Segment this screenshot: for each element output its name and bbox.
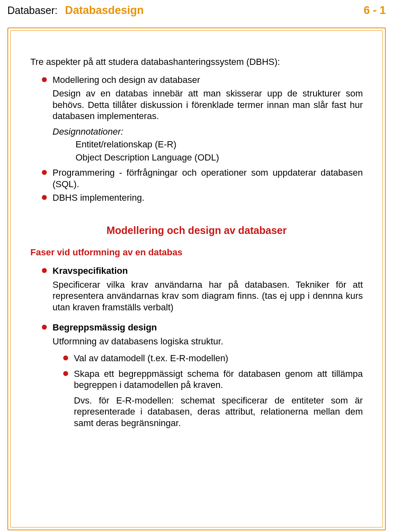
- nested-item-2: Skapa ett begreppmässigt schema för data…: [63, 368, 363, 429]
- intro-text: Tre aspekter på att studera databashante…: [30, 56, 363, 68]
- fas-item-begreppsmassig: Begreppsmässig design Utformning av data…: [42, 322, 363, 433]
- content-frame-inner: Tre aspekter på att studera databashante…: [10, 30, 383, 527]
- aspect-3-text: DBHS implementering.: [53, 192, 363, 204]
- fas-2-nested-list: Val av datamodell (t.ex. E-R-modellen) S…: [63, 353, 363, 429]
- bullet-icon: [42, 195, 47, 200]
- nested-2-content: Skapa ett begreppmässigt schema för data…: [74, 368, 363, 429]
- header-prefix: Databaser:: [7, 5, 57, 16]
- faser-list: Kravspecifikation Specificerar vilka kra…: [42, 265, 363, 433]
- faser-heading: Faser vid utformning av en databas: [30, 247, 363, 258]
- aspect-item-1: Modellering och design av databaser Desi…: [42, 74, 363, 163]
- bullet-icon: [42, 325, 47, 330]
- aspect-list: Modellering och design av databaser Desi…: [42, 74, 363, 204]
- fas-2-label: Begreppsmässig design: [53, 322, 363, 333]
- bullet-icon: [63, 355, 68, 360]
- fas-item-kravspec: Kravspecifikation Specificerar vilka kra…: [42, 265, 363, 313]
- nested-2b-text: Dvs. för E-R-modellen: schemat specifice…: [74, 395, 363, 429]
- bullet-icon: [42, 170, 47, 175]
- notation-2: Object Description Language (ODL): [76, 152, 363, 163]
- header-page-number: 6 - 1: [364, 4, 386, 17]
- fas-1-body: Specificerar vilka krav användarna har p…: [53, 279, 363, 313]
- nested-2-text: Skapa ett begreppmässigt schema för data…: [74, 368, 363, 391]
- bullet-icon: [42, 268, 47, 273]
- fas-1-label: Kravspecifikation: [53, 265, 363, 277]
- nested-item-1: Val av datamodell (t.ex. E-R-modellen): [63, 353, 363, 364]
- page-header: Databaser: Databasdesign 6 - 1: [0, 0, 394, 20]
- fas-1-content: Kravspecifikation Specificerar vilka kra…: [53, 265, 363, 313]
- designnotationer-label: Designnotationer:: [53, 126, 123, 137]
- header-left: Databaser: Databasdesign: [7, 4, 144, 17]
- aspect-1-content: Modellering och design av databaser Desi…: [53, 74, 363, 163]
- aspect-1-para1: Design av en databas innebär att man ski…: [53, 88, 363, 122]
- aspect-item-2: Programmering - förfrågningar och operat…: [42, 167, 363, 190]
- notation-1: Entitet/relationskap (E-R): [76, 139, 363, 150]
- fas-2-content: Begreppsmässig design Utformning av data…: [53, 322, 363, 433]
- bullet-icon: [42, 77, 47, 82]
- aspect-item-3: DBHS implementering.: [42, 192, 363, 204]
- section-heading: Modellering och design av databaser: [30, 224, 363, 237]
- aspect-2-text: Programmering - förfrågningar och operat…: [53, 167, 363, 190]
- bullet-icon: [63, 371, 68, 376]
- aspect-1-title: Modellering och design av databaser: [53, 74, 363, 86]
- fas-2-body: Utformning av databasens logiska struktu…: [53, 336, 363, 347]
- header-title: Databasdesign: [65, 4, 144, 17]
- nested-1-text: Val av datamodell (t.ex. E-R-modellen): [74, 353, 363, 364]
- content-frame-outer: Tre aspekter på att studera databashante…: [7, 28, 386, 530]
